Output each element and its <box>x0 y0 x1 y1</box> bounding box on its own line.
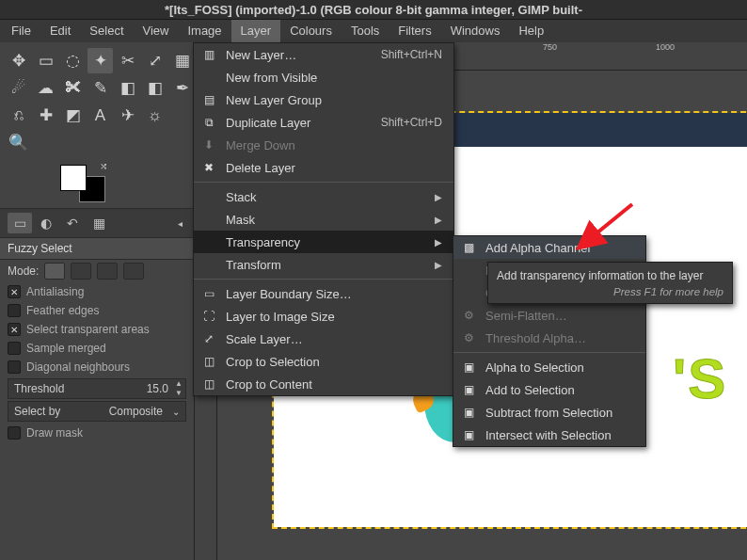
menubar: FileEditSelectViewImageLayerColoursTools… <box>0 20 747 42</box>
logo-text: 'S <box>673 358 727 402</box>
layer-group-icon: ▤ <box>199 92 218 107</box>
blank-icon <box>199 212 218 227</box>
bucket-fill-tool[interactable]: ▦ <box>169 48 195 73</box>
colour-swatches[interactable]: ⤭ <box>60 165 105 202</box>
tool-empty <box>142 130 167 155</box>
airbrush-tool[interactable]: ✈ <box>115 103 140 128</box>
menuitem-label: Threshold Alpha… <box>485 331 634 345</box>
paintbrush-tool[interactable]: ✎ <box>87 75 113 101</box>
zoom-tool[interactable]: 🔍 <box>6 130 31 155</box>
swap-colours-icon[interactable]: ⤭ <box>100 161 107 171</box>
menuitem-crop-to-selection[interactable]: ◫Crop to Selection <box>194 350 453 373</box>
menu-help[interactable]: Help <box>509 20 553 42</box>
checkbox[interactable]: ✕ <box>8 285 21 298</box>
opt-feather-edges[interactable]: Feather edges <box>0 301 194 320</box>
spin-up-icon[interactable]: ▲ <box>172 379 185 389</box>
scissors-tool[interactable]: ✀ <box>60 75 86 101</box>
menuitem-transform[interactable]: Transform▶ <box>194 253 453 276</box>
checkbox[interactable] <box>8 304 21 317</box>
merge-down-icon: ⬇ <box>199 137 218 152</box>
ink-tool[interactable]: ✒ <box>169 75 195 101</box>
heal-tool[interactable]: ✚ <box>33 103 58 128</box>
menuitem-label: New from Visible <box>226 71 442 85</box>
tool-empty <box>169 103 195 128</box>
tab-undo-history[interactable]: ↶ <box>60 213 85 233</box>
dock-tab-menu-icon[interactable]: ◂ <box>178 218 186 229</box>
menuitem-mask[interactable]: Mask▶ <box>194 208 453 231</box>
warp-tool[interactable]: ☄ <box>6 75 31 101</box>
menu-colours[interactable]: Colours <box>280 20 342 42</box>
gear-icon: ⚙ <box>459 330 478 345</box>
menu-image[interactable]: Image <box>178 20 230 42</box>
tool-empty <box>33 130 58 155</box>
menuitem-subtract-from-selection[interactable]: ▣Subtract from Selection <box>453 401 645 424</box>
crop-tool[interactable]: ✂ <box>115 48 140 73</box>
checkbox[interactable] <box>8 342 21 355</box>
menuitem-crop-to-content[interactable]: ◫Crop to Content <box>194 373 453 395</box>
menuitem-layer-boundary-size[interactable]: ▭Layer Boundary Size… <box>194 282 453 305</box>
checkbox[interactable] <box>8 360 21 374</box>
spin-down-icon[interactable]: ▼ <box>172 389 185 398</box>
menu-tools[interactable]: Tools <box>342 20 389 42</box>
dodge-tool[interactable]: ☼ <box>142 103 167 128</box>
menuitem-add-to-selection[interactable]: ▣Add to Selection <box>453 378 645 401</box>
clone-tool[interactable]: ⎌ <box>6 103 31 128</box>
threshold-row[interactable]: Threshold 15.0 ▲▼ <box>8 378 186 399</box>
perspective-tool[interactable]: ◩ <box>60 103 86 128</box>
menuitem-new-from-visible[interactable]: New from Visible <box>194 66 453 88</box>
menuitem-new-layer[interactable]: ▥New Layer…Shift+Ctrl+N <box>194 43 453 66</box>
menuitem-layer-to-image-size[interactable]: ⛶Layer to Image Size <box>194 305 453 328</box>
menu-layer[interactable]: Layer <box>231 20 281 42</box>
opt-label: Sample merged <box>26 342 106 355</box>
tab-device-status[interactable]: ◐ <box>34 213 58 233</box>
menuitem-new-layer-group[interactable]: ▤New Layer Group <box>194 88 453 111</box>
rect-select-tool[interactable]: ▭ <box>33 48 58 73</box>
menuitem-add-alpha-channel[interactable]: ▩Add Alpha Channel <box>453 236 645 259</box>
mode-replace-icon[interactable] <box>44 263 65 280</box>
checkbox[interactable]: ✕ <box>8 323 21 336</box>
menu-filters[interactable]: Filters <box>389 20 440 42</box>
tab-tool-options[interactable]: ▭ <box>8 213 32 233</box>
free-select-tool[interactable]: ◌ <box>60 48 86 73</box>
menuitem-delete-layer[interactable]: ✖Delete Layer <box>194 156 453 179</box>
opt-diagonal-neighbours[interactable]: Diagonal neighbours <box>0 358 194 376</box>
mode-intersect-icon[interactable] <box>123 263 144 280</box>
menuitem-label: Layer to Image Size <box>226 310 442 324</box>
menuitem-transparency[interactable]: Transparency▶ <box>194 231 453 253</box>
fuzzy-select-tool[interactable]: ✦ <box>87 48 113 73</box>
draw-mask-row[interactable]: Draw mask <box>0 424 194 442</box>
menuitem-label: Merge Down <box>226 138 442 152</box>
menuitem-label: Alpha to Selection <box>485 360 634 375</box>
smudge-tool[interactable]: ☁ <box>33 75 58 101</box>
menuitem-duplicate-layer[interactable]: ⧉Duplicate LayerShift+Ctrl+D <box>194 111 453 134</box>
menuitem-stack[interactable]: Stack▶ <box>194 185 453 208</box>
opt-antialiasing[interactable]: ✕Antialiasing <box>0 282 194 301</box>
menu-select[interactable]: Select <box>80 20 133 42</box>
menu-windows[interactable]: Windows <box>441 20 510 42</box>
menu-view[interactable]: View <box>134 20 179 42</box>
mode-add-icon[interactable] <box>71 263 91 280</box>
mode-subtract-icon[interactable] <box>97 263 118 280</box>
menu-edit[interactable]: Edit <box>40 20 80 42</box>
fg-colour-swatch[interactable] <box>60 165 87 191</box>
text-tool[interactable]: A <box>87 103 113 128</box>
menuitem-alpha-to-selection[interactable]: ▣Alpha to Selection <box>453 356 645 378</box>
menuitem-label: Scale Layer… <box>226 332 442 346</box>
move-tool[interactable]: ✥ <box>6 48 31 73</box>
tool-empty <box>169 130 195 155</box>
sub-sel-icon: ▣ <box>459 405 478 420</box>
mode-label: Mode: <box>8 264 39 278</box>
blank-icon <box>199 70 218 85</box>
opt-select-transparent-areas[interactable]: ✕Select transparent areas <box>0 320 194 339</box>
menu-file[interactable]: File <box>2 20 40 42</box>
eraser-tool[interactable]: ◧ <box>115 75 140 101</box>
add-sel-icon: ▣ <box>459 382 478 397</box>
tab-images[interactable]: ▦ <box>87 213 111 233</box>
transform-tool[interactable]: ⤢ <box>142 48 167 73</box>
opt-sample-merged[interactable]: Sample merged <box>0 339 194 358</box>
menuitem-scale-layer[interactable]: ⤢Scale Layer… <box>194 328 453 350</box>
selectby-row[interactable]: Select by Composite ⌄ <box>8 401 186 422</box>
draw-mask-checkbox[interactable] <box>8 426 21 440</box>
gradient-tool[interactable]: ◧ <box>142 75 167 101</box>
menuitem-intersect-with-selection[interactable]: ▣Intersect with Selection <box>453 424 645 446</box>
